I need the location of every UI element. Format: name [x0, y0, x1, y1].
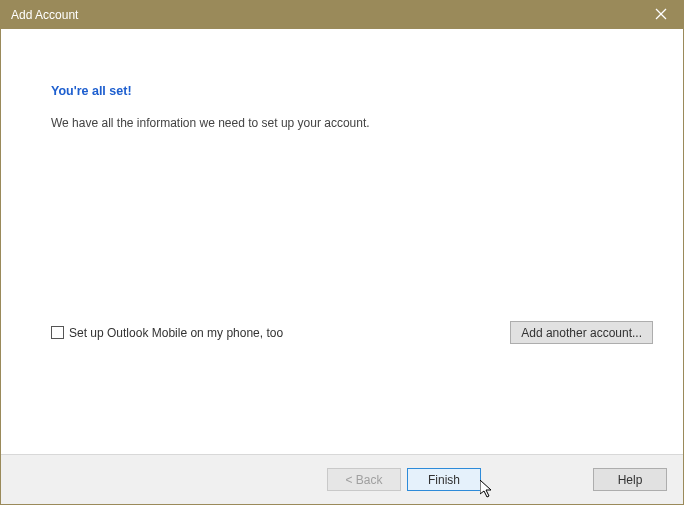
back-button: < Back: [327, 468, 401, 491]
help-button[interactable]: Help: [593, 468, 667, 491]
options-row: Set up Outlook Mobile on my phone, too A…: [51, 321, 653, 344]
setup-mobile-checkbox[interactable]: Set up Outlook Mobile on my phone, too: [51, 326, 283, 340]
success-body: We have all the information we need to s…: [51, 116, 633, 130]
content-area: You're all set! We have all the informat…: [1, 29, 683, 454]
checkbox-label: Set up Outlook Mobile on my phone, too: [69, 326, 283, 340]
help-label: Help: [618, 473, 643, 487]
finish-label: Finish: [428, 473, 460, 487]
close-button[interactable]: [639, 1, 683, 29]
window-title: Add Account: [11, 8, 639, 22]
back-label: < Back: [345, 473, 382, 487]
titlebar: Add Account: [1, 1, 683, 29]
checkbox-icon: [51, 326, 64, 339]
add-another-account-button[interactable]: Add another account...: [510, 321, 653, 344]
finish-button[interactable]: Finish: [407, 468, 481, 491]
dialog-footer: < Back Finish Help: [1, 454, 683, 504]
add-account-dialog: Add Account You're all set! We have all …: [0, 0, 684, 505]
add-another-label: Add another account...: [521, 326, 642, 340]
success-headline: You're all set!: [51, 84, 633, 98]
close-icon: [655, 8, 667, 23]
